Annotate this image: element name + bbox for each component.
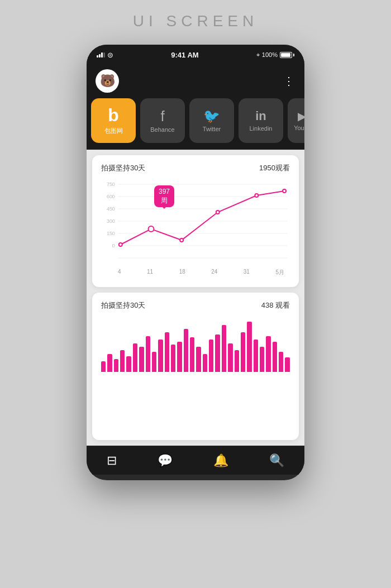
- bar-item: [215, 334, 220, 372]
- bar-chart-title: 拍摄坚持30天: [101, 300, 145, 310]
- svg-point-14: [149, 226, 154, 232]
- bar-item: [190, 337, 194, 372]
- behance-icon: f: [160, 109, 164, 123]
- status-right: ⌖ 100%: [256, 51, 294, 59]
- bar-item: [126, 356, 131, 372]
- svg-point-17: [255, 194, 258, 197]
- youtube-label: You...: [294, 125, 304, 131]
- svg-text:450: 450: [107, 206, 115, 212]
- line-chart-card: 拍摄坚持30天 1950观看 397 周: [92, 155, 299, 287]
- bar-item: [120, 350, 125, 372]
- tooltip-value: 397: [159, 188, 170, 197]
- bar-item: [273, 342, 277, 372]
- battery-pct: 100%: [262, 51, 278, 58]
- line-chart-title: 拍摄坚持30天: [101, 163, 145, 173]
- behance-label: Behance: [150, 126, 174, 133]
- bar-item: [101, 361, 106, 372]
- bar-chart-views: 438 观看: [261, 300, 290, 310]
- status-left: ⊜: [97, 51, 113, 59]
- chart-tooltip: 397 周: [154, 185, 174, 207]
- baotu-icon: b: [108, 106, 119, 124]
- bar-item: [209, 340, 213, 372]
- bar-item: [146, 336, 150, 372]
- tab-baotu[interactable]: b 包图网: [91, 98, 136, 143]
- header: 🐻 ⋮: [87, 65, 304, 98]
- bar-item: [254, 340, 258, 372]
- svg-point-15: [180, 238, 183, 242]
- status-bar: ⊜ 9:41 AM ⌖ 100%: [87, 45, 304, 65]
- home-icon: ⊟: [107, 453, 117, 468]
- linkedin-label: Linkedin: [250, 125, 273, 132]
- tab-behance[interactable]: f Behance: [140, 98, 185, 143]
- bar-chart-bars: [101, 316, 290, 372]
- bar-item: [228, 343, 232, 372]
- bar-item: [247, 322, 251, 372]
- svg-text:0: 0: [112, 243, 115, 248]
- x-label-4: 4: [118, 269, 121, 276]
- bar-item: [285, 357, 289, 372]
- svg-point-13: [119, 243, 122, 246]
- youtube-icon: ▶: [298, 111, 305, 122]
- tab-twitter[interactable]: 🐦 Twitter: [189, 98, 234, 143]
- bottom-nav: ⊟ 💬 🔔 🔍: [87, 446, 304, 475]
- social-tabs: b 包图网 f Behance 🐦 Twitter in Linkedin ▶ …: [87, 98, 304, 150]
- bar-item: [266, 336, 270, 372]
- bar-item: [158, 340, 163, 372]
- svg-point-18: [283, 189, 286, 193]
- x-axis-labels: 4 11 18 24 31 5月: [101, 267, 290, 276]
- svg-text:150: 150: [107, 231, 115, 236]
- x-label-11: 11: [147, 269, 153, 276]
- nav-bell[interactable]: 🔔: [213, 453, 228, 468]
- bar-item: [196, 347, 201, 372]
- nav-search[interactable]: 🔍: [269, 453, 284, 468]
- bar-item: [279, 352, 283, 372]
- battery-icon: [280, 52, 294, 58]
- bar-item: [152, 352, 156, 372]
- x-label-18: 18: [179, 269, 185, 276]
- x-label-31: 31: [244, 269, 250, 276]
- twitter-label: Twitter: [203, 126, 221, 132]
- bar-item: [133, 343, 137, 372]
- x-label-5month: 5月: [275, 269, 284, 276]
- bar-item: [241, 332, 245, 372]
- nav-chat[interactable]: 💬: [158, 453, 173, 468]
- bar-item: [222, 325, 226, 372]
- tab-youtube[interactable]: ▶ You...: [288, 98, 304, 143]
- content-area: 拍摄坚持30天 1950观看 397 周: [87, 150, 304, 446]
- line-chart-views: 1950观看: [259, 163, 290, 173]
- twitter-icon: 🐦: [203, 109, 220, 123]
- bar-item: [177, 342, 182, 372]
- bar-item: [114, 359, 118, 372]
- bar-chart-card: 拍摄坚持30天 438 观看: [92, 293, 299, 440]
- more-button[interactable]: ⋮: [283, 74, 295, 88]
- bluetooth-icon: ⌖: [256, 51, 260, 59]
- baotu-label: 包图网: [104, 127, 123, 135]
- line-chart-header: 拍摄坚持30天 1950观看: [101, 163, 290, 173]
- bell-icon: 🔔: [213, 453, 228, 468]
- nav-home[interactable]: ⊟: [107, 453, 117, 468]
- status-time: 9:41 AM: [171, 51, 198, 59]
- svg-text:750: 750: [107, 181, 115, 187]
- linkedin-icon: in: [255, 110, 266, 122]
- bar-item: [139, 347, 144, 372]
- bar-item: [107, 354, 112, 372]
- tab-linkedin[interactable]: in Linkedin: [239, 98, 283, 143]
- x-label-24: 24: [211, 269, 217, 276]
- svg-text:300: 300: [107, 218, 115, 224]
- line-chart-container: 397 周 750 600 450 300: [101, 179, 290, 279]
- phone-frame: ⊜ 9:41 AM ⌖ 100% 🐻 ⋮ b 包图网 f Behance: [87, 45, 304, 480]
- svg-point-16: [216, 211, 220, 214]
- bar-item: [260, 347, 264, 372]
- bar-item: [171, 345, 175, 372]
- line-chart-svg: 750 600 450 300 150 0: [101, 179, 290, 265]
- bar-item: [203, 354, 207, 372]
- avatar[interactable]: 🐻: [96, 69, 119, 93]
- chat-icon: 💬: [158, 453, 173, 468]
- tooltip-sub: 周: [159, 197, 170, 205]
- page-title: UI SCREEN: [133, 12, 258, 30]
- wifi-icon: ⊜: [107, 51, 113, 59]
- bar-item: [235, 350, 239, 372]
- bar-chart-header: 拍摄坚持30天 438 观看: [101, 300, 290, 310]
- bar-item: [165, 332, 169, 372]
- signal-icon: [97, 52, 105, 58]
